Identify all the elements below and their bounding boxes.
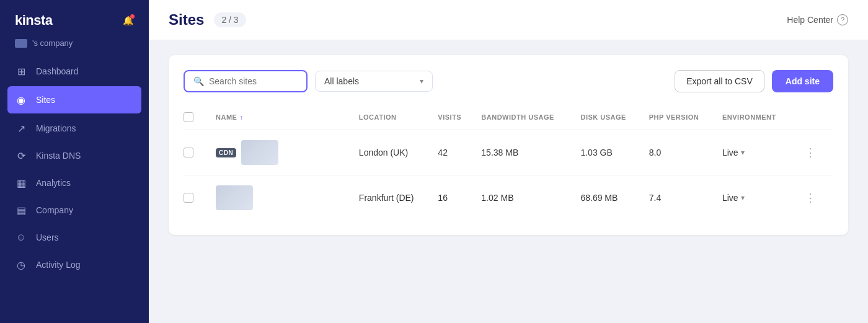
site-disk: 68.69 MB (573, 175, 641, 221)
sites-count-badge: 2 / 3 (214, 12, 246, 27)
activity-log-icon: ◷ (15, 259, 27, 271)
site-thumbnail (216, 185, 253, 210)
site-php: 8.0 (642, 130, 715, 175)
table-row: Frankfurt (DE) 16 1.02 MB 68.69 MB 7.4 L… (184, 175, 833, 221)
site-environment: Live ▾ (715, 130, 792, 175)
help-center-label: Help Center (787, 15, 833, 25)
sidebar-nav: ⊞ Dashboard ◉ Sites ↗ Migrations ⟳ Kinst… (0, 58, 149, 323)
labels-dropdown-value: All labels (324, 76, 359, 86)
environment-value: Live (722, 148, 738, 157)
main-content: Sites 2 / 3 Help Center ? 🔍 All labels ▾ (149, 0, 868, 323)
chevron-down-icon: ▾ (741, 193, 745, 202)
environment-dropdown[interactable]: Live ▾ (722, 148, 785, 157)
content-area: 🔍 All labels ▾ Export all to CSV Add sit… (149, 40, 868, 323)
add-site-button[interactable]: Add site (772, 70, 833, 92)
sidebar-item-migrations[interactable]: ↗ Migrations (0, 115, 149, 142)
sidebar-item-dashboard[interactable]: ⊞ Dashboard (0, 58, 149, 85)
site-bandwidth: 15.38 MB (474, 130, 573, 175)
sites-table: NAME ↑ LOCATION VISITS BANDWIDTH USAGE D… (184, 107, 833, 220)
sidebar-item-label: Users (36, 232, 59, 242)
sites-panel: 🔍 All labels ▾ Export all to CSV Add sit… (169, 55, 848, 235)
logo: kinsta (15, 12, 53, 29)
page-header: Sites 2 / 3 Help Center ? (149, 0, 868, 40)
search-input[interactable] (209, 76, 298, 86)
sites-toolbar: 🔍 All labels ▾ Export all to CSV Add sit… (184, 70, 833, 92)
company-icon: ▤ (15, 204, 27, 216)
site-disk: 1.03 GB (573, 130, 641, 175)
table-body: CDN London (UK) 42 15.38 MB 1.03 GB 8.0 (184, 130, 833, 221)
row-checkbox-cell (184, 175, 208, 221)
sidebar-item-label: Sites (36, 95, 55, 105)
site-environment: Live ▾ (715, 175, 792, 221)
header-left: Sites 2 / 3 (169, 11, 246, 29)
company-avatar (15, 39, 27, 48)
analytics-icon: ▦ (15, 177, 27, 189)
environment-value: Live (722, 193, 738, 203)
sidebar-item-label: Company (36, 205, 73, 215)
dashboard-icon: ⊞ (15, 65, 27, 77)
sidebar-item-analytics[interactable]: ▦ Analytics (0, 169, 149, 197)
site-thumbnail (241, 140, 278, 165)
sidebar-item-label: Analytics (36, 178, 71, 188)
search-icon: 🔍 (193, 76, 204, 86)
col-environment: ENVIRONMENT (715, 107, 792, 130)
site-name-cell: CDN (208, 130, 352, 175)
users-icon: ☺ (15, 231, 27, 244)
site-visits: 42 (430, 130, 474, 175)
sidebar-item-label: Kinsta DNS (36, 151, 81, 161)
company-selector[interactable]: 's company (0, 35, 149, 58)
notification-dot (130, 14, 135, 19)
notification-bell-icon[interactable] (123, 15, 134, 26)
kinsta-dns-icon: ⟳ (15, 149, 27, 162)
help-center-link[interactable]: Help Center ? (787, 14, 848, 25)
sidebar-item-activity-log[interactable]: ◷ Activity Log (0, 251, 149, 278)
col-name[interactable]: NAME ↑ (208, 107, 352, 130)
col-location: LOCATION (352, 107, 431, 130)
help-circle-icon: ? (837, 14, 848, 25)
col-visits: VISITS (430, 107, 474, 130)
sidebar-item-users[interactable]: ☺ Users (0, 224, 149, 251)
page-title: Sites (169, 11, 204, 29)
sidebar-item-kinsta-dns[interactable]: ⟳ Kinsta DNS (0, 142, 149, 169)
sites-icon: ◉ (15, 94, 27, 106)
sidebar-item-sites[interactable]: ◉ Sites (7, 86, 141, 113)
col-bandwidth: BANDWIDTH USAGE (474, 107, 573, 130)
sidebar-item-label: Dashboard (36, 66, 79, 76)
environment-dropdown[interactable]: Live ▾ (722, 193, 785, 203)
col-disk: DISK USAGE (573, 107, 641, 130)
row-checkbox[interactable] (184, 193, 193, 203)
export-csv-button[interactable]: Export all to CSV (675, 70, 764, 92)
site-bandwidth: 1.02 MB (474, 175, 573, 221)
migrations-icon: ↗ (15, 122, 27, 135)
site-php: 7.4 (642, 175, 715, 221)
col-checkbox (184, 107, 208, 130)
sidebar-item-label: Activity Log (36, 260, 81, 270)
sidebar-item-company[interactable]: ▤ Company (0, 197, 149, 224)
labels-dropdown[interactable]: All labels ▾ (315, 71, 433, 92)
company-name: 's company (32, 38, 73, 48)
col-actions (792, 107, 833, 130)
site-name-cell (208, 175, 352, 221)
chevron-down-icon: ▾ (741, 148, 745, 157)
table-header: NAME ↑ LOCATION VISITS BANDWIDTH USAGE D… (184, 107, 833, 130)
select-all-checkbox[interactable] (184, 112, 193, 122)
more-options-icon[interactable]: ⋮ (800, 189, 821, 206)
site-location: Frankfurt (DE) (352, 175, 431, 221)
col-php: PHP VERSION (642, 107, 715, 130)
chevron-down-icon: ▾ (420, 77, 423, 86)
sidebar: kinsta 's company ⊞ Dashboard ◉ Sites ↗ … (0, 0, 149, 323)
sidebar-item-label: Migrations (36, 123, 76, 133)
cdn-badge: CDN (216, 148, 236, 157)
sidebar-header: kinsta (0, 0, 149, 35)
row-checkbox-cell (184, 130, 208, 175)
table-row: CDN London (UK) 42 15.38 MB 1.03 GB 8.0 (184, 130, 833, 175)
row-checkbox[interactable] (184, 148, 193, 157)
sort-arrow-icon: ↑ (239, 113, 243, 121)
more-options-icon[interactable]: ⋮ (800, 144, 821, 161)
search-box[interactable]: 🔍 (184, 70, 308, 92)
row-actions-cell: ⋮ (792, 175, 833, 221)
site-location: London (UK) (352, 130, 431, 175)
row-actions-cell: ⋮ (792, 130, 833, 175)
site-visits: 16 (430, 175, 474, 221)
